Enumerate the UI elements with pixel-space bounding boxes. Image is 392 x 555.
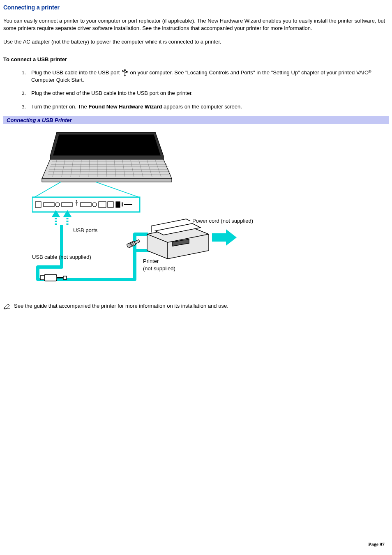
step-3: Turn the printer on. The Found New Hardw… bbox=[27, 103, 389, 111]
registered-mark: ® bbox=[369, 69, 371, 74]
svg-point-0 bbox=[125, 69, 126, 71]
label-usb-cable: USB cable (not supplied) bbox=[32, 254, 91, 260]
label-printer-line2: (not supplied) bbox=[143, 265, 175, 272]
step-3-bold: Found New Hardware Wizard bbox=[88, 104, 162, 110]
label-usb-ports: USB ports bbox=[73, 227, 98, 233]
svg-point-2 bbox=[122, 71, 123, 71]
svg-text:i: i bbox=[122, 201, 123, 207]
steps-list: Plug the USB cable into the USB port on … bbox=[3, 69, 389, 111]
svg-rect-46 bbox=[63, 276, 67, 279]
step-2-text: Plug the other end of the USB cable into… bbox=[31, 90, 193, 96]
figure-title: Connecting a USB Printer bbox=[3, 116, 389, 124]
step-3-text-b: appears on the computer screen. bbox=[162, 104, 242, 110]
label-power-cord: Power cord (not supplied) bbox=[192, 218, 253, 224]
usb-symbol-icon bbox=[121, 69, 129, 76]
svg-point-31 bbox=[76, 200, 77, 201]
intro-paragraph-1: You can easily connect a printer to your… bbox=[3, 17, 389, 32]
svg-rect-44 bbox=[44, 274, 57, 281]
note-row: See the guide that accompanied the print… bbox=[3, 303, 389, 309]
svg-rect-25 bbox=[32, 197, 140, 212]
svg-rect-3 bbox=[127, 71, 127, 72]
connection-diagram: i bbox=[32, 127, 262, 288]
step-3-text-a: Turn the printer on. The bbox=[31, 104, 88, 110]
intro-paragraph-2: Use the AC adapter (not the battery) to … bbox=[3, 38, 389, 46]
page-heading: Connecting a printer bbox=[3, 4, 389, 11]
figure-area: i bbox=[3, 124, 389, 297]
label-printer-line1: Printer bbox=[143, 258, 159, 264]
svg-line-24 bbox=[96, 182, 139, 197]
svg-rect-43 bbox=[40, 276, 44, 280]
step-2: Plug the other end of the USB cable into… bbox=[27, 90, 389, 97]
step-1: Plug the USB cable into the USB port on … bbox=[27, 69, 389, 84]
step-1-text-a: Plug the USB cable into the USB port bbox=[31, 69, 121, 76]
step-1-text-c: Computer Quick Start. bbox=[31, 77, 84, 83]
sub-heading: To connect a USB printer bbox=[3, 56, 389, 62]
note-pencil-icon bbox=[3, 303, 12, 309]
note-text: See the guide that accompanied the print… bbox=[14, 303, 228, 309]
step-1-text-b: on your computer. See "Locating Controls… bbox=[130, 69, 369, 76]
svg-rect-36 bbox=[116, 202, 120, 207]
svg-marker-53 bbox=[212, 229, 237, 246]
svg-line-23 bbox=[35, 182, 61, 197]
